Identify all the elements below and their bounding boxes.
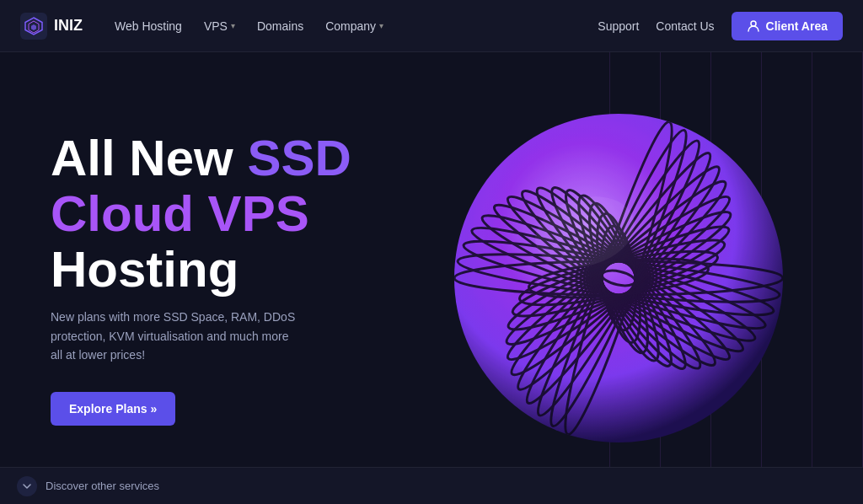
hero-ssd-accent: SSD <box>247 130 351 186</box>
vps-chevron-icon: ▾ <box>231 21 235 30</box>
client-area-button[interactable]: Client Area <box>732 12 843 40</box>
nav-links: Web Hosting VPS ▾ Domains Company ▾ <box>106 14 392 38</box>
bottom-bar: Discover other services <box>0 467 863 504</box>
hero-sphere <box>442 101 796 455</box>
nav-left: INIZ Web Hosting VPS ▾ Domains Company ▾ <box>20 13 392 40</box>
navbar: INIZ Web Hosting VPS ▾ Domains Company ▾… <box>0 0 863 52</box>
hero-cloudvps-accent: Cloud VPS <box>51 185 309 242</box>
hero-content: All New SSD Cloud VPS Hosting New plans … <box>0 131 351 425</box>
hero-subtitle: New plans with more SSD Space, RAM, DDoS… <box>51 308 303 364</box>
logo-text: INIZ <box>54 17 83 35</box>
hero-title: All New SSD Cloud VPS Hosting <box>51 131 351 298</box>
chevron-down-icon <box>22 481 32 491</box>
discover-services-text: Discover other services <box>46 480 159 492</box>
company-chevron-icon: ▾ <box>379 21 383 30</box>
logo[interactable]: INIZ <box>20 13 83 40</box>
explore-plans-button[interactable]: Explore Plans » <box>51 392 175 426</box>
sphere-visual <box>442 101 796 455</box>
nav-link-contact[interactable]: Contact Us <box>656 19 714 33</box>
hero-section: All New SSD Cloud VPS Hosting New plans … <box>0 52 863 504</box>
hero-hosting: Hosting <box>51 241 239 298</box>
logo-icon <box>20 13 47 40</box>
nav-link-web-hosting[interactable]: Web Hosting <box>106 14 190 38</box>
nav-right: Support Contact Us Client Area <box>598 12 843 40</box>
svg-point-1 <box>751 21 756 26</box>
hero-title-line1: All New SSD <box>51 130 351 186</box>
person-icon <box>747 19 760 33</box>
nav-link-domains[interactable]: Domains <box>249 14 312 38</box>
client-area-label: Client Area <box>766 19 828 33</box>
nav-link-support[interactable]: Support <box>598 19 639 33</box>
nav-link-company[interactable]: Company ▾ <box>317 14 392 38</box>
nav-link-vps[interactable]: VPS ▾ <box>196 14 244 38</box>
discover-chevron[interactable] <box>17 476 37 496</box>
